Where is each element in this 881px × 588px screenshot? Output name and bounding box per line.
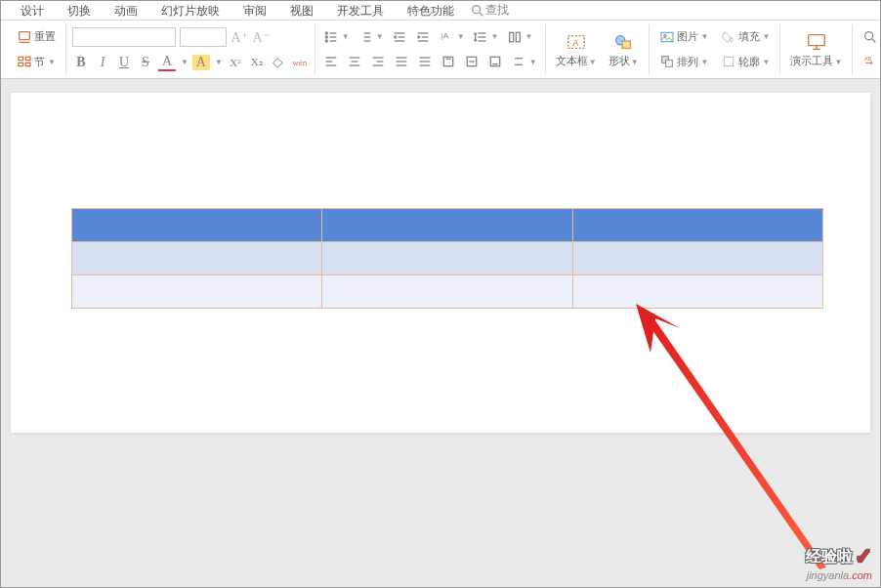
- bullet-list-button[interactable]: ▼: [321, 27, 352, 47]
- strike-button[interactable]: S: [137, 55, 154, 70]
- group-insert: A 文本框▼ 形状▼: [546, 24, 650, 74]
- valign-middle-button[interactable]: [462, 52, 482, 71]
- search-label: 查找: [485, 2, 509, 19]
- italic-button[interactable]: I: [94, 55, 111, 70]
- tab-review[interactable]: 审阅: [231, 1, 278, 20]
- clear-format-button[interactable]: ◇: [270, 54, 287, 70]
- svg-rect-2: [20, 31, 30, 39]
- text-direction-button[interactable]: |A▼: [437, 27, 467, 47]
- reset-label: 重置: [34, 29, 56, 44]
- align-right-button[interactable]: [368, 52, 388, 71]
- table-row[interactable]: [72, 209, 823, 242]
- section-button[interactable]: 节 ▼: [13, 52, 60, 71]
- outdent-icon: [392, 29, 407, 45]
- svg-text:AB: AB: [864, 56, 872, 62]
- subscript-button[interactable]: X₂: [248, 56, 266, 68]
- tab-transition[interactable]: 切换: [56, 1, 103, 20]
- superscript-button[interactable]: X²: [227, 57, 244, 68]
- font-color-button[interactable]: A: [158, 54, 176, 71]
- svg-line-64: [872, 39, 875, 42]
- group-present: 演示工具▼: [780, 24, 853, 74]
- svg-rect-60: [809, 34, 825, 45]
- font-size-select[interactable]: [180, 27, 227, 47]
- highlight-button[interactable]: A: [192, 55, 210, 70]
- monitor-icon: [806, 31, 827, 53]
- line-spacing-2-button[interactable]: ▼: [509, 52, 539, 71]
- fill-button[interactable]: 填充▼: [717, 27, 775, 47]
- tab-design[interactable]: 设计: [9, 1, 56, 20]
- present-tool-button[interactable]: 演示工具▼: [786, 29, 846, 70]
- svg-rect-59: [724, 58, 733, 66]
- slide-page[interactable]: [11, 93, 870, 433]
- group-slides: 重置 节 ▼: [7, 24, 66, 74]
- menu-tabs: 设计 切换 动画 幻灯片放映 审阅 视图 开发工具 特色功能 查找: [1, 1, 880, 21]
- svg-point-11: [325, 40, 327, 42]
- textbox-button[interactable]: A 文本框▼: [552, 29, 601, 70]
- distribute-button[interactable]: [415, 52, 435, 71]
- spacing-icon: [511, 54, 526, 69]
- search-menu[interactable]: 查找: [470, 1, 509, 20]
- increase-font-button[interactable]: A⁺: [231, 29, 248, 46]
- fill-icon: [721, 29, 736, 45]
- svg-text:|A: |A: [440, 31, 448, 40]
- text-direction-icon: |A: [439, 29, 454, 45]
- number-list-button[interactable]: ▼: [356, 27, 386, 47]
- svg-point-7: [325, 32, 327, 34]
- align-center-button[interactable]: [345, 52, 364, 71]
- picture-button[interactable]: 图片▼: [655, 27, 713, 47]
- search-icon: [470, 3, 485, 19]
- reset-icon: [17, 29, 32, 45]
- align-justify-button[interactable]: [392, 52, 411, 71]
- align-left-button[interactable]: [321, 52, 341, 71]
- find-button[interactable]: 查: [859, 27, 881, 47]
- valign-bottom-button[interactable]: [485, 52, 505, 71]
- group-font: A⁺ A⁻ B I U S A ▼ A ▼ X² X₂ ◇ wén: [66, 24, 315, 74]
- svg-rect-3: [19, 58, 23, 61]
- reset-button[interactable]: 重置: [13, 27, 60, 47]
- tab-devtools[interactable]: 开发工具: [325, 1, 396, 20]
- search-icon: [862, 29, 878, 45]
- number-list-icon: [357, 29, 373, 45]
- font-name-select[interactable]: [72, 27, 176, 47]
- decrease-font-button[interactable]: A⁻: [252, 29, 270, 46]
- increase-indent-button[interactable]: [413, 27, 433, 47]
- tab-view[interactable]: 视图: [278, 1, 325, 20]
- table-row[interactable]: [72, 242, 823, 275]
- checkmark-icon: ✓: [855, 544, 872, 569]
- shapes-button[interactable]: 形状▼: [605, 29, 643, 70]
- valign-top-icon: [440, 54, 456, 69]
- underline-button[interactable]: U: [115, 55, 133, 70]
- replace-icon: AB: [862, 54, 878, 69]
- line-spacing-icon: [473, 29, 488, 45]
- valign-bottom-icon: [487, 54, 503, 69]
- table-row[interactable]: [72, 275, 823, 309]
- replace-button[interactable]: AB 替: [859, 52, 881, 71]
- outline-button[interactable]: 轮廓▼: [717, 52, 775, 71]
- svg-point-63: [865, 31, 873, 39]
- group-find: 查 AB 替: [853, 24, 881, 74]
- pinyin-button[interactable]: wén: [291, 58, 309, 67]
- chevron-down-icon: ▼: [48, 58, 56, 66]
- chevron-down-icon[interactable]: ▼: [215, 58, 223, 66]
- arrange-button[interactable]: 排列▼: [655, 52, 713, 71]
- columns-button[interactable]: ▼: [505, 27, 535, 47]
- svg-rect-58: [665, 61, 672, 67]
- tab-slideshow[interactable]: 幻灯片放映: [149, 1, 231, 20]
- slide-table[interactable]: [71, 208, 823, 309]
- valign-top-button[interactable]: [439, 52, 458, 71]
- bold-button[interactable]: B: [72, 55, 90, 70]
- outline-icon: [721, 54, 736, 69]
- svg-rect-54: [622, 41, 630, 48]
- textbox-label: 文本框▼: [556, 54, 597, 68]
- arrange-label: 排列: [677, 55, 698, 69]
- line-spacing-button[interactable]: ▼: [471, 27, 501, 47]
- chevron-down-icon[interactable]: ▼: [181, 58, 189, 66]
- svg-point-0: [473, 5, 481, 13]
- align-center-icon: [347, 54, 362, 69]
- tab-animation[interactable]: 动画: [103, 1, 149, 20]
- svg-rect-4: [25, 58, 30, 61]
- shapes-icon: [612, 31, 634, 53]
- decrease-indent-button[interactable]: [390, 27, 409, 47]
- tab-features[interactable]: 特色功能: [396, 1, 466, 20]
- svg-rect-26: [509, 32, 513, 41]
